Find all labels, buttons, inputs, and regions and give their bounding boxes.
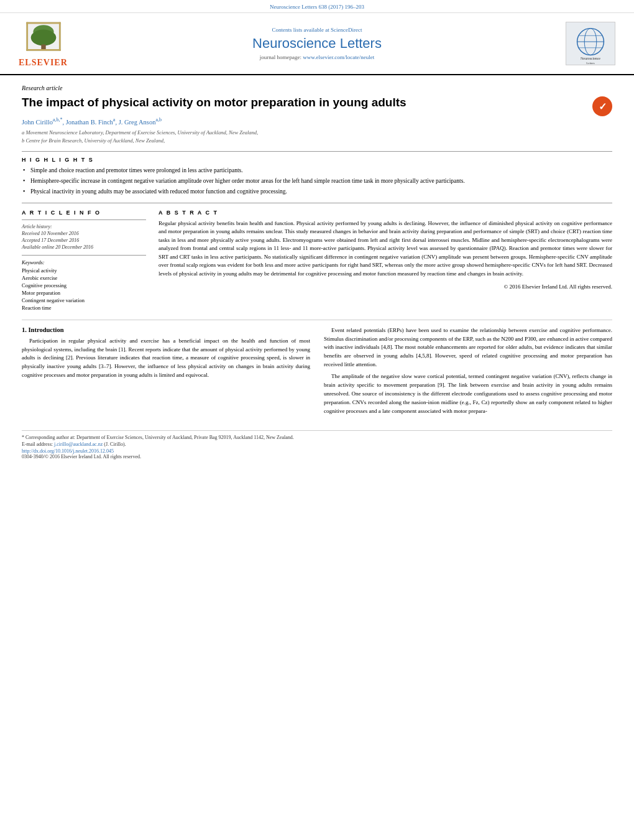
svg-rect-7 bbox=[59, 22, 61, 51]
author-john: John Cirillo bbox=[22, 118, 53, 125]
highlight-item-1: Simple and choice reaction and premotor … bbox=[22, 167, 612, 175]
doi-line: http://dx.doi.org/10.1016/j.neulet.2016.… bbox=[22, 448, 612, 454]
highlight-item-2: Hemisphere-specific increase in continge… bbox=[22, 177, 612, 185]
affiliation-b: b Centre for Brain Research, University … bbox=[22, 137, 612, 145]
elsevier-tree-icon bbox=[19, 19, 68, 57]
highlights-list: Simple and choice reaction and premotor … bbox=[22, 167, 612, 196]
email-label: E-mail address: bbox=[22, 441, 53, 447]
received-date: Received 10 November 2016 bbox=[22, 231, 146, 236]
available-date: Available online 20 December 2016 bbox=[22, 244, 146, 250]
copyright-notice: © 2016 Elsevier Ireland Ltd. All rights … bbox=[158, 283, 612, 292]
elsevier-branding: ELSEVIER bbox=[19, 19, 93, 68]
affiliation-a: a Movement Neuroscience Laboratory, Depa… bbox=[22, 129, 612, 137]
svg-text:Letters: Letters bbox=[586, 62, 595, 65]
email-note: E-mail address: j.cirillo@auckland.ac.nz… bbox=[22, 441, 612, 447]
abstract-paragraph: Regular physical activity benefits brain… bbox=[158, 219, 612, 279]
crossmark-icon[interactable]: ✓ bbox=[592, 96, 612, 116]
keyword-3: Cognitive processing bbox=[22, 282, 146, 288]
article-history: Article history: Received 10 November 20… bbox=[22, 219, 146, 250]
article-type: Research article bbox=[22, 85, 612, 91]
svg-rect-4 bbox=[26, 22, 60, 24]
abstract-text: Regular physical activity benefits brain… bbox=[158, 219, 612, 292]
corresponding-note: * Corresponding author at: Department of… bbox=[22, 435, 612, 440]
author-greg: J. Greg Anson bbox=[119, 118, 156, 125]
issn-text: 0304-3940/© 2016 Elsevier Ireland Ltd. A… bbox=[22, 454, 141, 459]
elsevier-label: ELSEVIER bbox=[19, 58, 68, 68]
history-label: Article history: bbox=[22, 224, 146, 229]
page-footer: * Corresponding author at: Department of… bbox=[22, 430, 612, 459]
authors-line: John Cirilloa,b,*, Jonathan B. Fincha, J… bbox=[22, 117, 612, 126]
article-info-col: A R T I C L E I N F O Article history: R… bbox=[22, 210, 146, 312]
keywords-label: Keywords: bbox=[22, 259, 146, 265]
sciencedirect-label: Contents lists available at ScienceDirec… bbox=[93, 27, 541, 33]
journal-url[interactable]: www.elsevier.com/locate/neulet bbox=[303, 54, 374, 60]
keywords-section: Keywords: Physical activity Aerobic exer… bbox=[22, 255, 146, 311]
sciencedirect-link-text[interactable]: ScienceDirect bbox=[331, 27, 362, 33]
body-section: 1. Introduction Participation in regular… bbox=[22, 320, 612, 419]
body-two-col: 1. Introduction Participation in regular… bbox=[22, 326, 612, 419]
keyword-1: Physical activity bbox=[22, 267, 146, 274]
page: Neuroscience Letters 638 (2017) 196–203 bbox=[0, 0, 634, 840]
title-row: The impact of physical activity on motor… bbox=[22, 95, 612, 117]
issn-line: 0304-3940/© 2016 Elsevier Ireland Ltd. A… bbox=[22, 454, 612, 459]
citation-bar: Neuroscience Letters 638 (2017) 196–203 bbox=[0, 0, 634, 13]
divider-2 bbox=[22, 203, 612, 203]
intro-para-2: Event related potentials (ERPs) have bee… bbox=[324, 326, 612, 370]
corresponding-text: * Corresponding author at: Department of… bbox=[22, 435, 294, 440]
svg-text:Neuroscience: Neuroscience bbox=[581, 57, 600, 60]
journal-logo-right: Neuroscience Letters bbox=[541, 22, 615, 65]
keyword-5: Contingent negative variation bbox=[22, 297, 146, 303]
body-col-left: 1. Introduction Participation in regular… bbox=[22, 326, 310, 419]
main-content: Research article The impact of physical … bbox=[0, 75, 634, 469]
svg-rect-6 bbox=[26, 22, 28, 51]
journal-homepage: journal homepage: www.elsevier.com/locat… bbox=[93, 54, 541, 60]
body-col-right: Event related potentials (ERPs) have bee… bbox=[324, 326, 612, 419]
affiliations: a Movement Neuroscience Laboratory, Depa… bbox=[22, 129, 612, 145]
journal-header: ELSEVIER Contents lists available at Sci… bbox=[0, 13, 634, 75]
doi-link[interactable]: http://dx.doi.org/10.1016/j.neulet.2016.… bbox=[22, 448, 114, 454]
journal-header-center: Contents lists available at ScienceDirec… bbox=[93, 27, 541, 60]
accepted-date: Accepted 17 December 2016 bbox=[22, 238, 146, 243]
highlights-heading: H I G H L I G H T S bbox=[22, 157, 612, 163]
article-info-heading: A R T I C L E I N F O bbox=[22, 210, 146, 216]
keyword-6: Reaction time bbox=[22, 305, 146, 311]
journal-title: Neuroscience Letters bbox=[93, 35, 541, 52]
article-title: The impact of physical activity on motor… bbox=[22, 95, 586, 111]
email-person: (J. Cirillo). bbox=[104, 441, 126, 447]
abstract-heading: A B S T R A C T bbox=[158, 210, 612, 216]
divider-1 bbox=[22, 151, 612, 152]
intro-heading: 1. Introduction bbox=[22, 326, 310, 333]
keyword-2: Aerobic exercise bbox=[22, 275, 146, 281]
email-address[interactable]: j.cirillo@auckland.ac.nz bbox=[54, 441, 103, 447]
intro-para-1: Participation in regular physical activi… bbox=[22, 337, 310, 381]
elsevier-logo: ELSEVIER bbox=[19, 19, 93, 68]
svg-text:✓: ✓ bbox=[599, 101, 607, 112]
abstract-col: A B S T R A C T Regular physical activit… bbox=[158, 210, 612, 312]
svg-point-2 bbox=[31, 30, 57, 46]
author-jonathan: Jonathan B. Finch bbox=[66, 118, 113, 125]
svg-rect-5 bbox=[26, 49, 60, 51]
keyword-4: Motor preparation bbox=[22, 290, 146, 296]
neuroscience-logo-icon: Neuroscience Letters bbox=[566, 22, 615, 65]
intro-para-3: The amplitude of the negative slow wave … bbox=[324, 372, 612, 416]
citation-text: Neuroscience Letters 638 (2017) 196–203 bbox=[270, 4, 364, 10]
neuroscience-logo: Neuroscience Letters bbox=[566, 22, 615, 65]
highlight-item-3: Physical inactivity in young adults may … bbox=[22, 188, 612, 196]
article-info-abstract: A R T I C L E I N F O Article history: R… bbox=[22, 210, 612, 312]
